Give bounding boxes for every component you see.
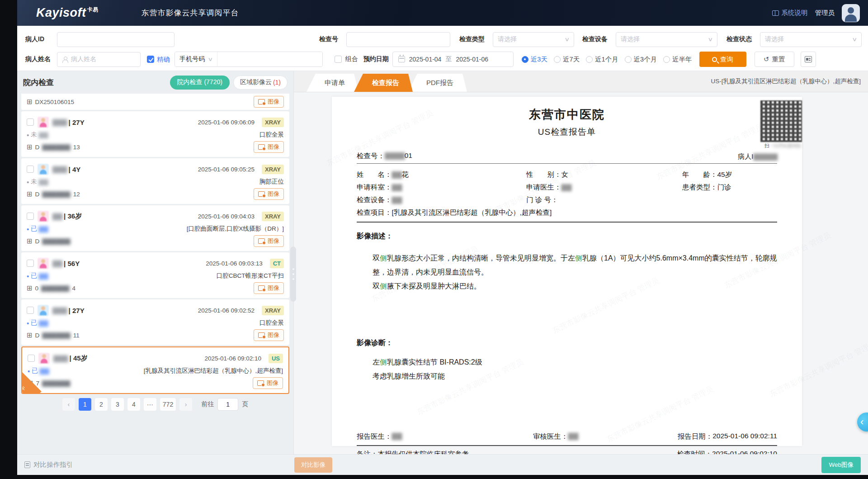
chevron-down-icon: ∨ bbox=[852, 36, 857, 43]
exam-card[interactable]: ▇▇▇| 27Y 2025-01-06 09:06:09 XRAY •未▇▇ 口… bbox=[21, 111, 289, 157]
row-checkbox[interactable] bbox=[28, 355, 35, 362]
search-button-label: 查询 bbox=[720, 55, 733, 64]
device-select[interactable]: 请选择 ∨ bbox=[616, 32, 717, 47]
tab-cloud-label: 区域影像云 bbox=[240, 78, 272, 86]
date-end-value: 2025-01-06 bbox=[456, 56, 488, 63]
row-checkbox[interactable] bbox=[27, 307, 34, 314]
guide-doc-icon bbox=[24, 461, 30, 468]
field-label: 年 龄： bbox=[682, 168, 717, 181]
field-blurred: ▇▇ bbox=[568, 432, 578, 441]
status-placeholder: 请选择 bbox=[765, 35, 784, 43]
image-button[interactable]: 图像 bbox=[254, 282, 284, 294]
status-text: 已 bbox=[31, 225, 37, 233]
patient-name-blurred: ▇▇▇ bbox=[53, 354, 68, 362]
combo-checkbox[interactable] bbox=[335, 56, 342, 63]
image-icon bbox=[258, 238, 265, 244]
report-status: •已▇▇ bbox=[27, 319, 48, 327]
image-button[interactable]: 图像 bbox=[254, 235, 284, 247]
page-button-4[interactable]: 4 bbox=[127, 398, 140, 411]
row-checkbox[interactable] bbox=[27, 213, 34, 220]
modality-badge: US bbox=[269, 354, 283, 363]
system-help-link[interactable]: 系统说明 bbox=[772, 9, 808, 17]
exam-cards: ⊞DX250106015 图像 ▇▇▇| 27Y 2025-01-06 09:0… bbox=[21, 94, 289, 394]
compare-guide-link[interactable]: 对比操作指引 bbox=[24, 460, 73, 469]
patient-id-input[interactable] bbox=[57, 32, 175, 47]
page-button-1[interactable]: 1 bbox=[79, 398, 91, 411]
goto-page-input[interactable] bbox=[217, 398, 238, 411]
panel-resize-handle[interactable] bbox=[290, 247, 296, 302]
film-grid-icon: ⊞ bbox=[27, 237, 33, 245]
tab-pdf-report[interactable]: PDF报告 bbox=[408, 74, 467, 92]
diagnosis-line: 考虑乳腺增生所致可能 bbox=[373, 369, 784, 383]
tab-internal-exams[interactable]: 院内检查 (7720) bbox=[170, 76, 230, 90]
patient-id-label: 病人ID bbox=[25, 35, 57, 43]
exam-no-input[interactable] bbox=[346, 32, 450, 47]
page-button-3[interactable]: 3 bbox=[111, 398, 124, 411]
search-button[interactable]: 查询 bbox=[699, 52, 746, 67]
exam-card[interactable]: ▇▇| 36岁 2025-01-06 09:04:03 XRAY •已▇▇ [口… bbox=[21, 205, 289, 251]
patient-name-input[interactable]: 病人姓名 bbox=[57, 52, 141, 67]
report-status: •未▇▇ bbox=[27, 131, 48, 139]
image-button-label: 图像 bbox=[268, 143, 279, 151]
exam-card-selected[interactable]: ▇▇▇| 45岁 2025-01-06 09:02:10 US •已▇▇ [乳腺… bbox=[21, 346, 289, 394]
user-avatar[interactable] bbox=[842, 4, 860, 22]
exam-card[interactable]: ▇▇▇| 27Y 2025-01-06 09:02:52 XRAY •已▇▇ 口… bbox=[21, 299, 289, 345]
field-patient-type: 患者类型：门诊 bbox=[682, 181, 777, 194]
field-label: 报告日期： bbox=[678, 432, 713, 441]
field-label: 审核医生： bbox=[533, 432, 568, 441]
exam-description: 口腔全景 bbox=[259, 131, 284, 139]
page-button-772[interactable]: 772 bbox=[160, 398, 176, 411]
next-page-button[interactable]: › bbox=[179, 398, 192, 411]
web-image-button[interactable]: Web图像 bbox=[821, 457, 861, 473]
image-button[interactable]: 图像 bbox=[254, 141, 284, 153]
report-status: •未▇▇ bbox=[27, 178, 48, 186]
status-select[interactable]: 请选择 ∨ bbox=[760, 32, 862, 47]
range-1month[interactable]: 近1个月 bbox=[586, 55, 618, 64]
prev-page-button[interactable]: ‹ bbox=[62, 398, 75, 411]
range-3days[interactable]: 近3天 bbox=[522, 55, 547, 64]
date-range-picker[interactable]: 2025-01-04 至 2025-01-06 bbox=[392, 52, 514, 67]
image-button[interactable]: 图像 bbox=[254, 188, 284, 200]
tab-exam-report[interactable]: 检查报告 bbox=[354, 74, 413, 92]
field-value: 2025-01-06 09:02:11 bbox=[712, 432, 777, 441]
range-7days[interactable]: 近7天 bbox=[554, 55, 580, 64]
exam-type-select[interactable]: 请选择 ∨ bbox=[493, 32, 574, 47]
film-grid-icon: ⊞ bbox=[27, 143, 33, 151]
range-3months[interactable]: 近3个月 bbox=[625, 55, 657, 64]
image-button[interactable]: 图像 bbox=[254, 329, 284, 341]
tab-request-form[interactable]: 申请单 bbox=[307, 74, 359, 92]
report-panel: 申请单 检查报告 PDF报告 US-[乳腺及其引流区淋巴结彩超（乳腺中心）,超声… bbox=[294, 71, 868, 454]
phone-input[interactable] bbox=[217, 52, 322, 66]
device-placeholder: 请选择 bbox=[621, 35, 640, 43]
exact-checkbox[interactable] bbox=[147, 56, 154, 63]
range-halfyear[interactable]: 近半年 bbox=[663, 55, 692, 64]
row-checkbox[interactable] bbox=[27, 166, 34, 173]
reset-button[interactable]: ↺ 重置 bbox=[755, 52, 794, 67]
qr-caption: 扫一扫手机看报告 bbox=[764, 142, 801, 149]
brand-logo: Kayisoft卡易 bbox=[36, 6, 99, 20]
image-button[interactable]: 图像 bbox=[253, 377, 283, 389]
range-label: 近1个月 bbox=[595, 55, 618, 64]
tab-label: 检查报告 bbox=[372, 79, 399, 87]
layout-settings-button[interactable] bbox=[801, 52, 816, 67]
exam-card-partial[interactable]: ⊞DX250106015 图像 bbox=[21, 94, 289, 110]
page-button-2[interactable]: 2 bbox=[95, 398, 108, 411]
exam-card[interactable]: ▇▇| 56Y 2025-01-06 09:03:13 CT •已▇▇ 口腔CB… bbox=[21, 252, 289, 298]
compare-images-button[interactable]: 对比影像 bbox=[294, 457, 332, 473]
phone-type-select[interactable]: 手机号码 ∨ bbox=[175, 52, 217, 66]
row-checkbox[interactable] bbox=[27, 119, 34, 126]
exam-list-panel: 院内检查 院内检查 (7720) 区域影像云 (1) ⊞DX250106015 … bbox=[17, 71, 294, 454]
row-checkbox[interactable] bbox=[27, 260, 34, 267]
tab-region-cloud[interactable]: 区域影像云 (1) bbox=[233, 76, 288, 90]
image-button-label: 图像 bbox=[268, 331, 279, 339]
field-dept: 申请科室：▇▇ bbox=[357, 181, 526, 194]
report-note: 备注：本报告仅供本院临床科室参考 bbox=[357, 450, 469, 454]
exam-blurred: ▇▇▇▇▇▇ bbox=[42, 237, 70, 245]
exam-card[interactable]: ▇▇▇| 4Y 2025-01-06 09:05:25 XRAY •未▇▇ 胸部… bbox=[21, 158, 289, 204]
current-exam-context: US-[乳腺及其引流区淋巴结彩超（乳腺中心）,超声检查] bbox=[711, 77, 861, 85]
image-button[interactable]: 图像 bbox=[254, 96, 284, 108]
report-doctor: 报告医生：▇▇ bbox=[357, 432, 533, 441]
image-button-label: 图像 bbox=[267, 379, 278, 387]
page-ellipsis[interactable]: ··· bbox=[144, 398, 156, 411]
field-value: 2025-01-06 09:02:10 bbox=[712, 450, 777, 454]
